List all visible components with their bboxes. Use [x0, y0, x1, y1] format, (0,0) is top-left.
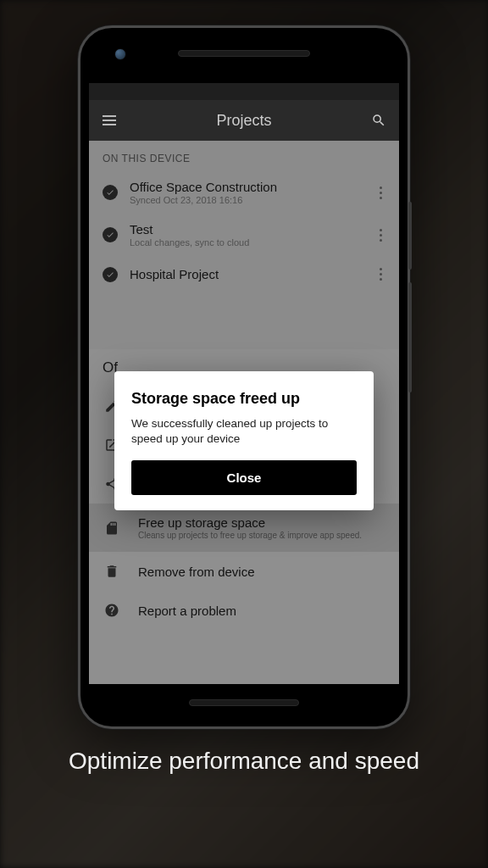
- app-bar-title: Projects: [118, 112, 370, 130]
- close-button[interactable]: Close: [131, 460, 357, 495]
- dialog-body: We successfully cleaned up projects to s…: [131, 416, 357, 447]
- search-icon[interactable]: [370, 112, 387, 129]
- marketing-caption: Optimize performance and speed: [0, 746, 488, 776]
- dialog-title: Storage space freed up: [131, 390, 357, 408]
- status-bar: [89, 83, 399, 100]
- content-area: ON THIS DEVICE Office Space Construction…: [89, 141, 399, 684]
- hamburger-menu-icon[interactable]: [101, 112, 118, 129]
- phone-side-button: [408, 202, 412, 270]
- phone-frame: Projects ON THIS DEVICE Office Space Con…: [78, 25, 410, 729]
- app-bar: Projects: [89, 100, 399, 141]
- phone-speaker: [178, 50, 310, 57]
- phone-top-bezel: [80, 28, 408, 79]
- phone-camera: [114, 48, 126, 60]
- phone-bottom-speaker: [189, 699, 299, 706]
- phone-side-button: [408, 282, 412, 392]
- phone-screen: Projects ON THIS DEVICE Office Space Con…: [89, 83, 399, 684]
- phone-bottom-bezel: [80, 691, 408, 715]
- dialog: Storage space freed up We successfully c…: [114, 371, 374, 510]
